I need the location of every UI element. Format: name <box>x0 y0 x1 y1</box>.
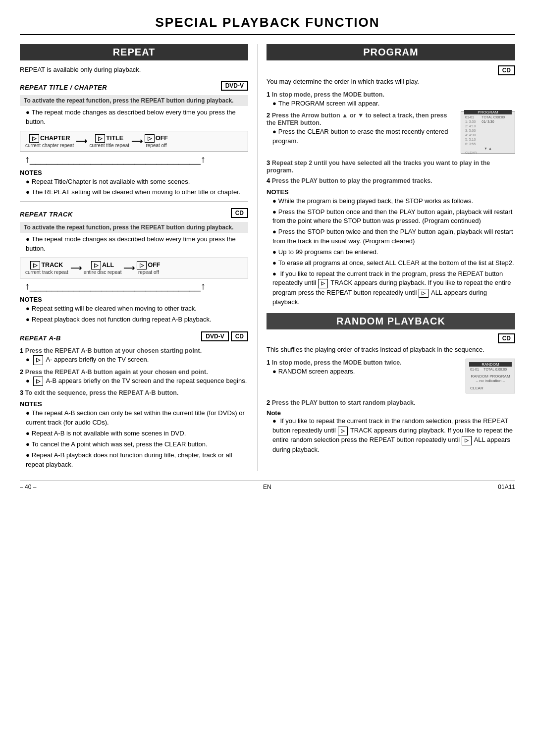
prog-step2-num: 2 <box>267 111 270 119</box>
all-icon-rand: ▷ <box>462 436 472 445</box>
chapter-icon: ▷ <box>29 134 39 143</box>
page-title: SPECIAL PLAYBACK FUNCTION <box>20 15 515 35</box>
repeat-track-label: REPEAT TRACK <box>20 211 73 218</box>
off1-label: OFF <box>156 135 168 142</box>
off2-label: OFF <box>148 262 160 269</box>
back-arrow-1: ↑_______________________________↑ <box>25 154 248 165</box>
page-number: – 40 – <box>20 484 36 490</box>
notes-label-3: NOTES <box>20 400 248 408</box>
ab-note-0: The repeat A-B section can only be set w… <box>26 409 248 428</box>
random-header: RANDOM PLAYBACK <box>267 313 515 329</box>
note-2-0: Repeat setting will be cleared when movi… <box>26 304 248 314</box>
chapter-sub: current chapter repeat <box>25 143 74 148</box>
prog-note-0: While the program is being played back, … <box>272 197 515 206</box>
random-note-text: If you like to repeat the current track … <box>272 417 515 455</box>
arrow1: ⟶ <box>76 136 87 146</box>
program-intro: You may determine the order in which tra… <box>267 77 515 87</box>
track-icon-note: ▷ <box>318 279 328 288</box>
note-1-0: Repeat Title/Chapter is not available wi… <box>26 177 248 187</box>
all-icon: ▷ <box>91 261 101 270</box>
repeat-title-chapter-label: REPEAT TITLE / CHAPTER <box>20 84 107 91</box>
repeat-track-section: REPEAT TRACK CD To activate the repeat f… <box>20 206 248 324</box>
random-intro: This shuffles the playing order of track… <box>267 345 515 355</box>
note-1-1: The REPEAT setting will be cleared when … <box>26 188 248 197</box>
code: 01A11 <box>498 484 515 490</box>
notes-label-prog: NOTES <box>267 188 515 196</box>
all-label: ALL <box>102 262 114 269</box>
cd-badge-random: CD <box>498 333 515 343</box>
activate-note-1: To activate the repeat function, press t… <box>20 95 248 106</box>
prog-step3-bold: Repeat step 2 until you have selected al… <box>267 160 490 174</box>
prog-note-4: To erase all programs at once, select AL… <box>272 259 515 268</box>
repeat-title-chapter-section: REPEAT TITLE / CHAPTER DVD-V To activate… <box>20 79 248 197</box>
track-all-flow: ▷ TRACK current track repeat ⟶ ▷ ALL ent… <box>20 258 248 278</box>
chapter-label: CHAPTER <box>40 135 70 142</box>
rand-step2-num: 2 <box>267 399 270 406</box>
step1-bold: Press the REPEAT A-B button at your chos… <box>25 347 202 354</box>
program-screen: PROGRAM 01-01TOTAL 0:00:00 1: 3:3001/ 3:… <box>461 111 515 154</box>
notes-label-2: NOTES <box>20 296 248 303</box>
step2-bullet: ▷ A-B appears briefly on the TV screen a… <box>26 377 248 386</box>
prog-note-2: Press the STOP button twice and then the… <box>272 227 515 246</box>
step3-bold: To exit the sequence, press the REPEAT A… <box>25 389 179 396</box>
prog-step4-bold: Press the PLAY button to play the progra… <box>272 177 432 184</box>
step3-num: 3 <box>20 389 23 396</box>
rand-step2-bold: Press the PLAY button to start random pl… <box>272 399 416 406</box>
mode-changes-2: The repeat mode changes as described bel… <box>26 235 248 254</box>
chapter-title-flow: ▷ CHAPTER current chapter repeat ⟶ ▷ TIT… <box>20 131 248 152</box>
all-icon-note: ▷ <box>419 289 428 298</box>
prog-step1-bullet: The PROGRAM screen will appear. <box>272 99 515 108</box>
step1-num: 1 <box>20 347 23 354</box>
arrow3: ⟶ <box>70 263 82 272</box>
mode-changes-1: The repeat mode changes as described bel… <box>26 108 248 127</box>
repeat-header: REPEAT <box>20 44 248 60</box>
step1-bullet: ▷ A- appears briefly on the TV screen. <box>26 355 248 365</box>
track-icon: ▷ <box>30 261 40 270</box>
random-playback-section: RANDOM PLAYBACK CD This shuffles the pla… <box>267 313 515 455</box>
rand-step1-bold: In stop mode, press the MODE button twic… <box>272 359 402 366</box>
repeat-ab-section: REPEAT A-B DVD-V CD 1 Press the REPEAT A… <box>20 329 248 470</box>
left-column: REPEAT REPEAT is available only during p… <box>20 44 258 471</box>
track-icon-rand: ▷ <box>338 427 348 436</box>
prog-step1-num: 1 <box>267 91 270 98</box>
repeat-intro: REPEAT is available only during playback… <box>20 65 248 75</box>
cd-badge-ab: CD <box>231 331 248 341</box>
step2-num: 2 <box>20 368 23 376</box>
program-section: PROGRAM CD You may determine the order i… <box>267 44 515 307</box>
off2-icon: ▷ <box>137 261 147 270</box>
prog-note-1: Press the STOP button once and then the … <box>272 208 515 226</box>
all-sub: entire disc repeat <box>84 270 122 275</box>
page-footer: – 40 – EN 01A11 <box>20 480 515 490</box>
prog-note-5: If you like to repeat the current track … <box>272 270 515 308</box>
prog-step2-bold: Press the Arrow button ▲ or ▼ to select … <box>267 112 447 126</box>
track-sub: current track repeat <box>25 270 68 275</box>
cd-badge-program: CD <box>498 65 515 75</box>
note-2-1: Repeat playback does not function during… <box>26 315 248 324</box>
random-screen: RANDOM 01-01TOTAL 0:00:00 RANDOM PROGRAM… <box>466 359 515 393</box>
right-column: PROGRAM CD You may determine the order i… <box>258 44 515 471</box>
prog-note-3: Up to 99 programs can be entered. <box>272 248 515 257</box>
title-icon: ▷ <box>95 134 105 143</box>
program-header: PROGRAM <box>267 44 515 60</box>
step2-bold: Press the REPEAT A-B button again at you… <box>25 369 208 376</box>
ab-note-3: Repeat A-B playback does not function du… <box>26 451 248 470</box>
notes-label-1: NOTES <box>20 169 248 176</box>
prog-step3-num: 3 <box>267 159 270 166</box>
lang: EN <box>263 484 271 490</box>
arrow4: ⟶ <box>123 263 135 272</box>
track-label: TRACK <box>41 262 63 269</box>
title-label: TITLE <box>106 135 123 142</box>
note-label-random: Note <box>267 409 281 417</box>
back-arrow-2: ↑_______________________________↑ <box>25 280 248 292</box>
activate-note-2: To activate the repeat function, press t… <box>20 222 248 233</box>
dvdv-badge-ab: DVD-V <box>201 331 228 341</box>
prog-step4-num: 4 <box>267 177 270 184</box>
off1-sub: repeat off <box>146 143 166 148</box>
title-sub: current title repeat <box>89 143 129 148</box>
repeat-ab-label: REPEAT A-B <box>20 334 61 342</box>
cd-badge-track: CD <box>231 208 248 218</box>
ab-note-1: Repeat A-B is not available with some sc… <box>26 429 248 438</box>
ab-note-2: To cancel the A point which was set, pre… <box>26 440 248 449</box>
icon-ab1: ▷ <box>33 355 43 365</box>
arrow2: ⟶ <box>131 136 143 146</box>
